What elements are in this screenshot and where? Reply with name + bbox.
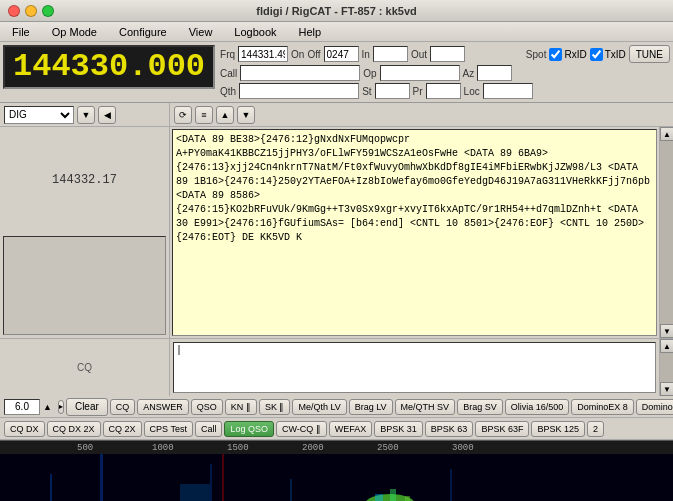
loc-input[interactable] — [483, 83, 533, 99]
menu-opmode[interactable]: Op Mode — [48, 25, 101, 39]
st-input[interactable] — [375, 83, 410, 99]
frequency-display[interactable]: 144330.000 — [3, 45, 215, 89]
macro-bragsv[interactable]: Brag SV — [457, 399, 503, 415]
svg-rect-11 — [450, 469, 452, 501]
menu-view[interactable]: View — [185, 25, 217, 39]
cq-spin-input[interactable]: 6.0 — [4, 399, 40, 415]
macro-sk[interactable]: SK ‖ — [259, 399, 291, 415]
az-input[interactable] — [477, 65, 512, 81]
svg-rect-9 — [210, 464, 212, 501]
waterfall-section: 500 1000 1500 2000 2500 3000 — [0, 440, 673, 501]
pr-input[interactable] — [426, 83, 461, 99]
macro-row1: 6.0 ▲ ▸ Clear CQ ANSWER QSO KN ‖ SK ‖ Me… — [0, 396, 673, 418]
rxid-checkbox[interactable] — [549, 48, 562, 61]
menu-help[interactable]: Help — [295, 25, 326, 39]
qth-input[interactable] — [239, 83, 359, 99]
rx-icon1[interactable]: ⟳ — [174, 106, 192, 124]
tx-area: CQ | ▲ ▼ — [0, 338, 673, 396]
macro-logqso[interactable]: Log QSO — [224, 421, 274, 437]
qth-label: Qth — [220, 86, 236, 97]
macro-cq[interactable]: CQ — [110, 399, 136, 415]
loc-label: Loc — [464, 86, 480, 97]
macro-bpsk63f[interactable]: BPSK 63F — [475, 421, 529, 437]
waterfall-canvas[interactable] — [0, 454, 673, 501]
macro-bpsk31[interactable]: BPSK 31 — [374, 421, 423, 437]
macro-domino8[interactable]: DominoEX 8 — [571, 399, 634, 415]
off-label: Off — [307, 49, 320, 60]
macro-braglv[interactable]: Brag LV — [349, 399, 393, 415]
call-input[interactable] — [240, 65, 360, 81]
maximize-button[interactable] — [42, 5, 54, 17]
top-fields: Frq On Off In Out Spot RxID TxID TUNE Ca… — [220, 45, 670, 99]
macro-row2: CQ DX CQ DX 2X CQ 2X CPS Test Call Log Q… — [0, 418, 673, 440]
menu-configure[interactable]: Configure — [115, 25, 171, 39]
macro-cpstest[interactable]: CPS Test — [144, 421, 193, 437]
macro-meqthsv[interactable]: Me/QTH SV — [395, 399, 456, 415]
close-button[interactable] — [8, 5, 20, 17]
call-label: Call — [220, 68, 237, 79]
window-controls[interactable] — [8, 5, 54, 17]
spot-label: Spot — [526, 49, 547, 60]
tune-button[interactable]: TUNE — [629, 45, 670, 63]
macro-cqdx2x[interactable]: CQ DX 2X — [47, 421, 101, 437]
left-sidebar: DIG USB LSB CW FM ▼ ◀ 144332.17 — [0, 103, 170, 338]
frq-input[interactable] — [238, 46, 288, 62]
in-input[interactable] — [373, 46, 408, 62]
txid-checkbox-label: TxID — [590, 48, 626, 61]
macro-cwcq[interactable]: CW-CQ ‖ — [276, 421, 327, 437]
top-row1: Frq On Off In Out Spot RxID TxID TUNE — [220, 45, 670, 63]
rxid-checkbox-label: RxID — [549, 48, 586, 61]
tx-text-area[interactable]: | — [173, 342, 656, 393]
rx-icon3[interactable]: ▲ — [216, 106, 234, 124]
macro-answer[interactable]: ANSWER — [137, 399, 189, 415]
macro-domino4[interactable]: DominoEX 4 — [636, 399, 673, 415]
svg-rect-7 — [405, 496, 410, 501]
waterfall-svg — [0, 454, 673, 501]
mode-select[interactable]: DIG USB LSB CW FM — [4, 106, 74, 124]
macro-call[interactable]: Call — [195, 421, 223, 437]
freq-small-display: 144332.17 — [0, 127, 169, 233]
scroll-down[interactable]: ▼ — [660, 324, 673, 338]
mode-icon2[interactable]: ◀ — [98, 106, 116, 124]
macro-bpsk125[interactable]: BPSK 125 — [531, 421, 585, 437]
macro-2[interactable]: 2 — [587, 421, 604, 437]
clear-button[interactable]: Clear — [66, 398, 108, 416]
tx-scroll-down[interactable]: ▼ — [660, 382, 673, 396]
menu-file[interactable]: File — [8, 25, 34, 39]
macro-meqthlv[interactable]: Me/Qth LV — [292, 399, 346, 415]
frq-label: Frq — [220, 49, 235, 60]
in-label: In — [362, 49, 370, 60]
macro-cq2x[interactable]: CQ 2X — [103, 421, 142, 437]
rx-icon4[interactable]: ▼ — [237, 106, 255, 124]
svg-rect-2 — [180, 484, 210, 501]
menubar: File Op Mode Configure View Logbook Help — [0, 22, 673, 42]
macro-wefax[interactable]: WEFAX — [329, 421, 373, 437]
menu-logbook[interactable]: Logbook — [230, 25, 280, 39]
main-content: DIG USB LSB CW FM ▼ ◀ 144332.17 ⟳ ≡ ▲ ▼ — [0, 103, 673, 338]
off-input[interactable] — [324, 46, 359, 62]
op-input[interactable] — [380, 65, 460, 81]
tx-scroll-up[interactable]: ▲ — [660, 339, 673, 353]
macro-olivia[interactable]: Olivia 16/500 — [505, 399, 570, 415]
rx-icon2[interactable]: ≡ — [195, 106, 213, 124]
pr-label: Pr — [413, 86, 423, 97]
scale-1000: 1000 — [152, 443, 174, 453]
scale-500: 500 — [77, 443, 93, 453]
minimize-button[interactable] — [25, 5, 37, 17]
rx-text-area[interactable]: <DATA 89 BE38>{2476:12}gNxdNxFUMqopwcpr … — [172, 129, 657, 336]
scroll-track[interactable] — [660, 141, 673, 324]
mode-icon1[interactable]: ▼ — [77, 106, 95, 124]
txid-checkbox[interactable] — [590, 48, 603, 61]
out-input[interactable] — [430, 46, 465, 62]
clear-icon[interactable]: ▸ — [58, 400, 64, 414]
svg-rect-5 — [375, 494, 383, 501]
scale-1500: 1500 — [227, 443, 249, 453]
macro-qso[interactable]: QSO — [191, 399, 223, 415]
macro-kn[interactable]: KN ‖ — [225, 399, 257, 415]
macro-bpsk63[interactable]: BPSK 63 — [425, 421, 474, 437]
scroll-up[interactable]: ▲ — [660, 127, 673, 141]
macro-cqdx[interactable]: CQ DX — [4, 421, 45, 437]
tx-scroll-track[interactable] — [660, 353, 673, 382]
rx-area: ⟳ ≡ ▲ ▼ <DATA 89 BE38>{2476:12}gNxdNxFUM… — [170, 103, 673, 338]
freq-small-value: 144332.17 — [52, 173, 117, 187]
